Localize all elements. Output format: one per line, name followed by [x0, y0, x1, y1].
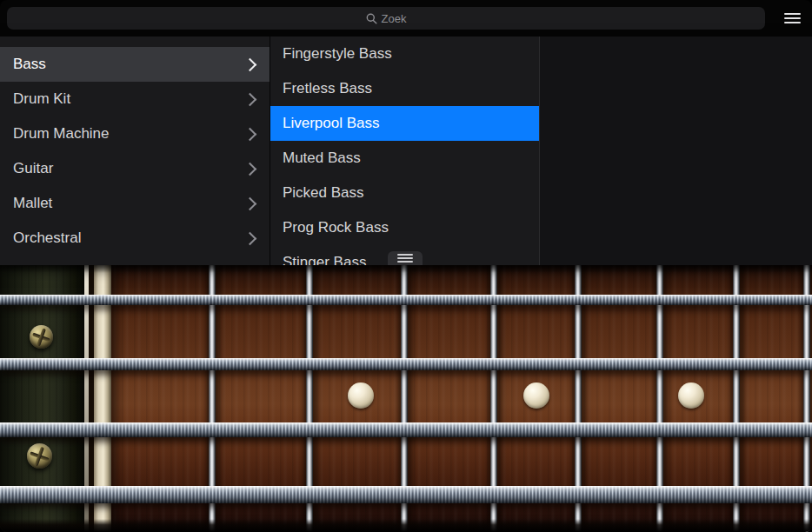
instrument-label: Prog Rock Bass — [283, 219, 389, 236]
category-list: Bass Drum Kit Drum Machine Guitar Mallet… — [0, 37, 270, 265]
browser-empty-area — [540, 37, 812, 265]
bass-string-1[interactable] — [0, 295, 812, 305]
list-item-fingerstyle-bass[interactable]: Fingerstyle Bass — [270, 37, 539, 71]
search-inner: Zoek — [366, 12, 407, 25]
fret-marker-dot — [523, 382, 549, 409]
category-label: Drum Machine — [13, 125, 110, 143]
category-label: Drum Kit — [13, 90, 70, 108]
hamburger-icon — [784, 13, 801, 15]
list-item-liverpool-bass[interactable]: Liverpool Bass — [270, 106, 539, 141]
fretboard-top-shadow — [0, 265, 812, 273]
sidebar-item-bass[interactable]: Bass — [0, 47, 270, 82]
category-label: Mallet — [13, 195, 52, 212]
instrument-list: Fingerstyle Bass Fretless Bass Liverpool… — [270, 37, 540, 265]
instrument-label: Muted Bass — [283, 150, 361, 167]
instrument-browser-panel: Bass Drum Kit Drum Machine Guitar Mallet… — [0, 37, 812, 265]
search-icon — [366, 13, 377, 24]
neck-screw-icon — [30, 325, 53, 349]
bass-string-3[interactable] — [0, 422, 812, 437]
sidebar-item-mallet[interactable]: Mallet — [0, 186, 270, 221]
sidebar-item-orchestral[interactable]: Orchestral — [0, 221, 270, 256]
list-item-picked-bass[interactable]: Picked Bass — [270, 176, 539, 210]
chevron-right-icon — [243, 231, 257, 245]
instrument-label: Fretless Bass — [283, 80, 372, 97]
bass-string-4[interactable] — [0, 486, 812, 503]
browser-drag-handle[interactable] — [388, 251, 423, 265]
bass-string-2[interactable] — [0, 358, 812, 370]
menu-button[interactable] — [779, 7, 805, 30]
category-label: Guitar — [13, 160, 53, 177]
fret-marker-dot — [678, 382, 704, 409]
neck-screw-icon — [27, 443, 52, 469]
list-item-muted-bass[interactable]: Muted Bass — [270, 141, 539, 176]
instrument-label: Stinger Bass — [283, 254, 366, 265]
sidebar-item-guitar[interactable]: Guitar — [0, 151, 270, 186]
instrument-label: Picked Bass — [283, 184, 364, 202]
fret-marker-dot — [348, 382, 374, 409]
chevron-right-icon — [243, 196, 257, 210]
instrument-label: Liverpool Bass — [283, 115, 380, 132]
list-item-fretless-bass[interactable]: Fretless Bass — [270, 71, 539, 106]
search-input[interactable]: Zoek — [7, 7, 765, 30]
garageband-sound-browser-screen: Zoek Bass Drum Kit Drum Machine Guitar — [0, 0, 812, 532]
search-placeholder: Zoek — [382, 12, 407, 25]
drag-handle-icon — [397, 254, 413, 256]
sidebar-item-drum-machine[interactable]: Drum Machine — [0, 116, 270, 151]
chevron-right-icon — [243, 162, 257, 176]
bass-fretboard[interactable] — [0, 265, 812, 532]
category-label: Bass — [13, 56, 46, 73]
chevron-right-icon — [243, 92, 257, 106]
chevron-right-icon — [243, 127, 257, 141]
instrument-label: Fingerstyle Bass — [283, 45, 392, 63]
top-toolbar: Zoek — [0, 0, 812, 37]
category-label: Orchestral — [13, 229, 81, 247]
sidebar-item-drum-kit[interactable]: Drum Kit — [0, 82, 270, 116]
list-item-prog-rock-bass[interactable]: Prog Rock Bass — [270, 210, 539, 245]
chevron-right-icon — [243, 57, 257, 71]
fretboard-bottom-shadow — [0, 519, 812, 532]
